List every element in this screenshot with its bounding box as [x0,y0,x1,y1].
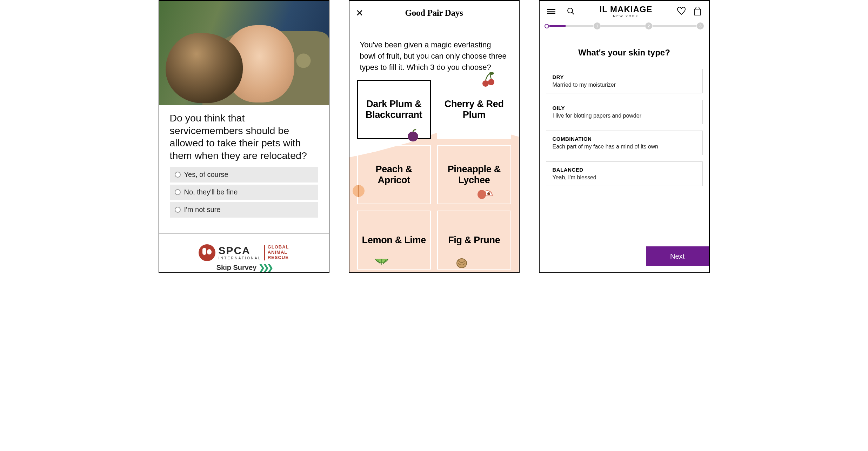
fruit-card-lemon-lime[interactable]: Lemon & Lime [357,211,431,270]
survey-option-no[interactable]: No, they'll be fine [170,185,318,200]
svg-point-2 [488,79,494,85]
lychee-icon [477,187,493,202]
svg-point-6 [487,192,490,195]
brand-subtitle: INTERNATIONAL [218,256,261,260]
hero-image [159,1,329,105]
peach-icon [351,183,366,200]
svg-rect-10 [694,9,701,15]
card-label: Lemon & Lime [362,235,426,245]
card-label: Dark Plum & Blackcurrant [362,99,426,120]
svg-point-8 [568,8,573,13]
divider [159,233,329,234]
survey-option-yes[interactable]: Yes, of course [170,167,318,183]
option-label: I'm not sure [184,206,221,214]
search-icon[interactable] [566,7,575,16]
option-subtitle: I live for blotting papers and powder [553,113,696,119]
skin-option-combination[interactable]: COMBINATION Each part of my face has a m… [546,131,703,155]
spca-logo-icon [199,244,215,261]
card-label: Peach & Apricot [362,164,426,185]
good-pair-days-screen: ✕ Good Pair Days You've been given a mag… [349,0,520,273]
svg-line-9 [572,12,574,14]
fruit-card-peach-apricot[interactable]: Peach & Apricot [357,145,431,204]
progress-step-2: 2 [645,22,652,29]
close-icon[interactable]: ✕ [356,8,365,18]
svg-point-5 [478,190,486,199]
option-title: DRY [553,74,696,80]
progress-step-1: 1 [594,22,601,29]
brand-name: SPCA [218,245,261,256]
skin-option-dry[interactable]: DRY Married to my moisturizer [546,69,703,93]
quiz-question: What's your skin type? [540,29,709,69]
svg-point-1 [482,80,489,87]
option-title: BALANCED [553,167,696,173]
survey-option-unsure[interactable]: I'm not sure [170,202,318,218]
shopping-bag-icon[interactable] [693,7,702,16]
option-title: COMBINATION [553,136,696,142]
brand-tagline: GLOBAL ANIMAL RESCUE [268,245,289,260]
skin-option-balanced[interactable]: BALANCED Yeah, I'm blessed [546,161,703,186]
option-title: OILY [553,105,696,111]
skin-option-oily[interactable]: OILY I live for blotting papers and powd… [546,100,703,124]
cherry-icon [480,72,496,90]
option-subtitle: Each part of my face has a mind of its o… [553,144,696,150]
progress-current-dot [545,24,549,28]
fruit-card-fig-prune[interactable]: Fig & Prune [437,211,511,270]
survey-question: Do you think that servicemembers should … [159,105,329,167]
card-label: Cherry & Red Plum [442,99,506,120]
next-button[interactable]: Next [646,246,709,266]
option-subtitle: Yeah, I'm blessed [553,174,696,181]
card-label: Fig & Prune [448,235,500,245]
brand-logo: Good Pair Days [405,8,463,18]
wishlist-heart-icon[interactable] [677,7,686,16]
fruit-card-cherry-red-plum[interactable]: Cherry & Red Plum [437,80,511,139]
fig-icon [455,255,469,271]
spca-survey-screen: Do you think that servicemembers should … [159,0,329,273]
spca-logo: SPCA INTERNATIONAL GLOBAL ANIMAL RESCUE [159,244,329,261]
option-label: No, they'll be fine [184,188,238,196]
fruit-card-pineapple-lychee[interactable]: Pineapple & Lychee [437,145,511,204]
hamburger-menu-icon[interactable] [547,7,556,16]
brand-logo: IL MAKIAGE NEW YORK [600,5,653,18]
chevrons-right-icon: ❯❯❯ [259,263,271,272]
card-label: Pineapple & Lychee [442,164,506,185]
option-label: Yes, of course [184,171,228,179]
skip-survey-button[interactable]: Skip Survey ❯❯❯ [159,263,329,272]
lime-icon [374,256,389,270]
fruit-card-plum-blackcurrant[interactable]: Dark Plum & Blackcurrant [357,80,431,139]
svg-point-0 [408,132,418,141]
svg-point-3 [489,72,494,75]
option-subtitle: Married to my moisturizer [553,82,696,88]
plum-icon [406,128,420,145]
radio-icon [175,207,181,213]
il-makiage-screen: IL MAKIAGE NEW YORK 1 2 3 What's your sk… [539,0,710,273]
progress-step-3: 3 [697,22,704,29]
radio-icon [175,189,181,195]
progress-bar: 1 2 3 [540,22,709,29]
radio-icon [175,172,181,178]
